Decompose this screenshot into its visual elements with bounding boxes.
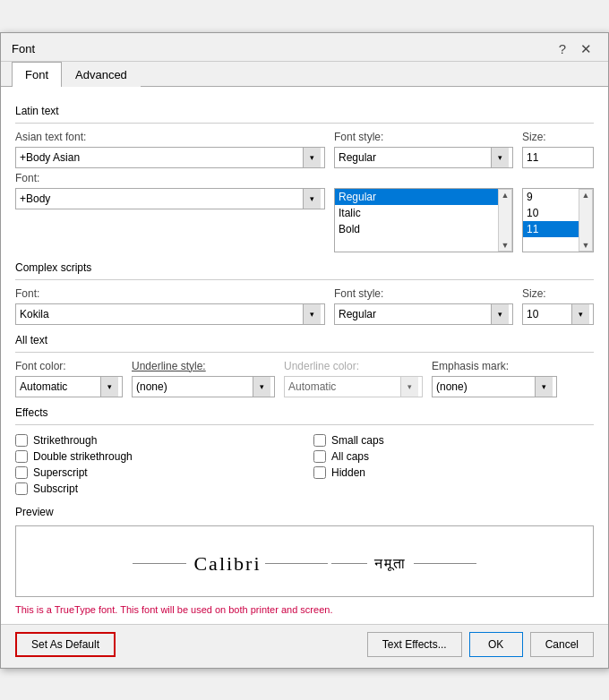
complex-size-value: 10 bbox=[527, 308, 571, 320]
font-style-scrollbar[interactable]: ▲ ▼ bbox=[498, 189, 512, 252]
emphasis-mark-arrow[interactable]: ▾ bbox=[535, 377, 553, 397]
complex-style-arrow[interactable]: ▾ bbox=[491, 304, 509, 324]
effects-section: Effects Strikethrough Double strikethrou… bbox=[15, 406, 594, 497]
preview-devanagari: नमूता bbox=[374, 556, 407, 572]
complex-style-select[interactable]: Regular ▾ bbox=[334, 303, 513, 325]
font-style-item-bold[interactable]: Bold bbox=[335, 221, 498, 237]
effects-grid: Strikethrough Double strikethrough Super… bbox=[15, 432, 594, 497]
close-button[interactable]: ✕ bbox=[575, 40, 597, 57]
font-style-input[interactable]: Regular ▾ bbox=[334, 147, 513, 168]
ok-button[interactable]: OK bbox=[469, 632, 523, 657]
underline-style-value: (none) bbox=[136, 380, 253, 393]
font-value: +Body bbox=[20, 192, 303, 205]
font-style-item-regular[interactable]: Regular bbox=[335, 189, 498, 205]
asian-font-select[interactable]: +Body Asian ▾ bbox=[15, 147, 325, 168]
superscript-label[interactable]: Superscript bbox=[33, 466, 88, 479]
complex-style-value: Regular bbox=[339, 308, 491, 320]
preview-note: This is a TrueType font. This font will … bbox=[15, 604, 594, 615]
font-style-item-italic[interactable]: Italic bbox=[335, 205, 498, 221]
latin-text-section: Latin text Asian text font: Font style: … bbox=[15, 105, 594, 252]
size-input-latin[interactable]: 11 bbox=[522, 147, 594, 168]
complex-font-label: Font: bbox=[15, 287, 325, 300]
underline-color-value: Automatic bbox=[288, 380, 400, 393]
hidden-checkbox[interactable] bbox=[313, 466, 326, 479]
subscript-label[interactable]: Subscript bbox=[33, 482, 78, 495]
underline-color-arrow[interactable]: ▾ bbox=[400, 377, 418, 397]
double-strikethrough-row: Double strikethrough bbox=[15, 448, 296, 465]
emphasis-mark-value: (none) bbox=[436, 380, 535, 393]
tab-bar: Font Advanced bbox=[1, 62, 608, 87]
title-bar: Font ? ✕ bbox=[1, 33, 608, 62]
complex-size-label: Size: bbox=[522, 287, 594, 300]
strikethrough-label[interactable]: Strikethrough bbox=[33, 434, 97, 447]
footer-right: Text Effects... OK Cancel bbox=[367, 632, 594, 657]
size-item-10[interactable]: 10 bbox=[523, 205, 579, 221]
superscript-checkbox[interactable] bbox=[15, 466, 28, 479]
scroll-down-arrow[interactable]: ▼ bbox=[502, 241, 510, 250]
size-scroll-up[interactable]: ▲ bbox=[582, 191, 590, 200]
complex-scripts-section: Complex scripts Font: Font style: Size: … bbox=[15, 261, 594, 325]
font-color-value: Automatic bbox=[20, 380, 100, 393]
preview-line-right bbox=[414, 563, 476, 564]
font-color-label: Font color: bbox=[15, 360, 123, 372]
set-default-button[interactable]: Set As Default bbox=[15, 632, 116, 657]
text-effects-button[interactable]: Text Effects... bbox=[367, 632, 462, 657]
font-style-arrow[interactable]: ▾ bbox=[491, 148, 509, 167]
all-text-section: All text Font color: Underline style: Un… bbox=[15, 334, 594, 397]
all-caps-label[interactable]: All caps bbox=[331, 450, 369, 463]
all-caps-checkbox[interactable] bbox=[313, 450, 326, 463]
underline-style-arrow[interactable]: ▾ bbox=[253, 377, 270, 397]
latin-row3: +Body ▾ Regular Italic Bold ▲ ▼ bbox=[15, 188, 594, 252]
superscript-row: Superscript bbox=[15, 465, 296, 481]
all-caps-row: All caps bbox=[313, 448, 594, 465]
double-strikethrough-checkbox[interactable] bbox=[15, 450, 28, 463]
size-scrollbar[interactable]: ▲ ▼ bbox=[579, 189, 593, 252]
asian-font-value: +Body Asian bbox=[20, 151, 303, 164]
preview-section: Preview Calibri नमूता This is a TrueType… bbox=[15, 506, 594, 615]
subscript-checkbox[interactable] bbox=[15, 482, 28, 495]
complex-size-arrow[interactable]: ▾ bbox=[571, 304, 589, 324]
double-strikethrough-label[interactable]: Double strikethrough bbox=[33, 450, 133, 463]
cancel-button[interactable]: Cancel bbox=[530, 632, 594, 657]
effects-left: Strikethrough Double strikethrough Super… bbox=[15, 432, 296, 497]
underline-color-select[interactable]: Automatic ▾ bbox=[284, 376, 423, 397]
font-style-value: Regular bbox=[339, 151, 491, 164]
complex-scripts-label: Complex scripts bbox=[15, 261, 594, 274]
title-bar-buttons: ? ✕ bbox=[553, 40, 597, 57]
alltext-inputs-row: Automatic ▾ (none) ▾ Automatic ▾ (none) … bbox=[15, 376, 594, 397]
strikethrough-checkbox[interactable] bbox=[15, 434, 28, 447]
size-item-11[interactable]: 11 bbox=[523, 221, 579, 237]
asian-font-arrow[interactable]: ▾ bbox=[303, 148, 321, 167]
small-caps-label[interactable]: Small caps bbox=[331, 434, 384, 447]
font-style-list[interactable]: Regular Italic Bold ▲ ▼ bbox=[334, 188, 513, 252]
font-arrow[interactable]: ▾ bbox=[303, 189, 321, 209]
font-select[interactable]: +Body ▾ bbox=[15, 188, 325, 209]
complex-labels-row: Font: Font style: Size: bbox=[15, 287, 594, 302]
size-scroll-down[interactable]: ▼ bbox=[582, 241, 590, 250]
complex-font-arrow[interactable]: ▾ bbox=[303, 304, 321, 324]
strikethrough-row: Strikethrough bbox=[15, 432, 296, 448]
size-list-area: 9 10 11 bbox=[523, 189, 579, 252]
underline-style-label: Underline style: bbox=[132, 360, 275, 372]
size-list[interactable]: 9 10 11 ▲ ▼ bbox=[522, 188, 594, 252]
size-item-9[interactable]: 9 bbox=[523, 189, 579, 205]
font-color-arrow[interactable]: ▾ bbox=[100, 377, 118, 397]
dialog-title: Font bbox=[12, 42, 35, 55]
latin-inputs-row1: +Body Asian ▾ Regular ▾ 11 bbox=[15, 147, 594, 168]
font-style-list-area: Regular Italic Bold bbox=[335, 189, 498, 252]
tab-advanced[interactable]: Advanced bbox=[62, 62, 141, 87]
size-value-latin: 11 bbox=[527, 151, 589, 164]
complex-inputs-row: Kokila ▾ Regular ▾ 10 ▾ bbox=[15, 303, 594, 325]
hidden-label[interactable]: Hidden bbox=[331, 466, 365, 479]
tab-font[interactable]: Font bbox=[12, 62, 62, 87]
help-button[interactable]: ? bbox=[553, 40, 571, 57]
small-caps-checkbox[interactable] bbox=[313, 434, 326, 447]
underline-color-label: Underline color: bbox=[284, 360, 423, 372]
complex-font-select[interactable]: Kokila ▾ bbox=[15, 303, 325, 325]
font-color-select[interactable]: Automatic ▾ bbox=[15, 376, 123, 397]
underline-style-select[interactable]: (none) ▾ bbox=[132, 376, 275, 397]
alltext-labels-row: Font color: Underline style: Underline c… bbox=[15, 360, 594, 374]
scroll-up-arrow[interactable]: ▲ bbox=[502, 191, 510, 200]
emphasis-mark-select[interactable]: (none) ▾ bbox=[432, 376, 557, 397]
complex-size-select[interactable]: 10 ▾ bbox=[522, 303, 594, 325]
